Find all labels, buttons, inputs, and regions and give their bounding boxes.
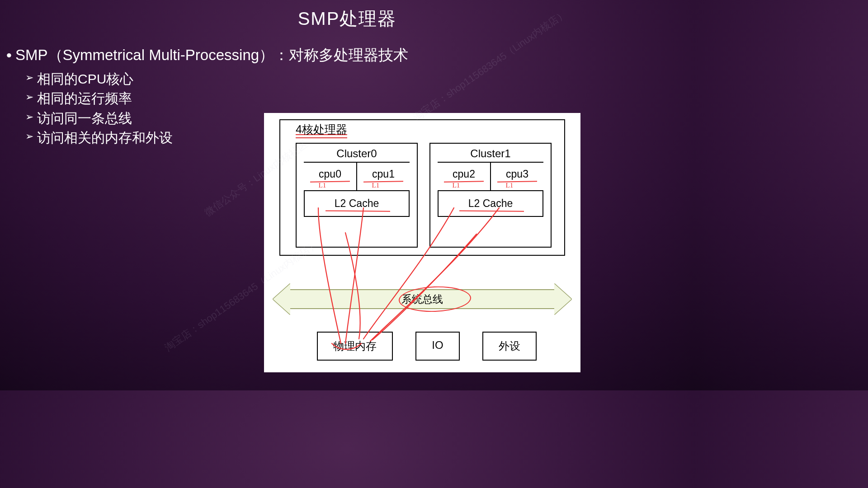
bus-arrow-left-icon bbox=[273, 284, 290, 314]
system-bus-arrow: 系统总线 bbox=[273, 284, 571, 314]
l1-annotation: L1 bbox=[505, 182, 513, 189]
cluster1-label: Cluster1 bbox=[430, 144, 551, 162]
sub-item-1: 相同的运行频率 bbox=[25, 89, 408, 108]
cluster1-l2: L2 Cache bbox=[438, 191, 543, 217]
cluster0-cpu-row: cpu0 L1 cpu1 L1 bbox=[304, 162, 410, 191]
l1-annotation: L1 bbox=[372, 182, 379, 189]
slide-title: SMP处理器 bbox=[0, 0, 694, 31]
l1-annotation: L1 bbox=[318, 182, 326, 189]
cluster1-cpu-row: cpu2 L1 cpu3 L1 bbox=[438, 162, 543, 191]
cpu2-label: cpu2 bbox=[453, 168, 475, 180]
smp-diagram: 4核处理器 Cluster0 cpu0 L1 cpu1 L1 L2 Cache … bbox=[264, 113, 580, 372]
device-io: IO bbox=[415, 332, 459, 361]
processor-box: 4核处理器 Cluster0 cpu0 L1 cpu1 L1 L2 Cache … bbox=[279, 119, 565, 256]
bus-arrow-right-icon bbox=[554, 284, 571, 314]
cpu0-box: cpu0 L1 bbox=[304, 163, 357, 190]
device-memory: 物理内存 bbox=[317, 332, 393, 361]
bus-label: 系统总线 bbox=[401, 292, 443, 306]
cpu1-box: cpu1 L1 bbox=[357, 163, 410, 190]
sub-item-0: 相同的CPU核心 bbox=[25, 69, 408, 89]
processor-title: 4核处理器 bbox=[296, 122, 347, 138]
cluster0-box: Cluster0 cpu0 L1 cpu1 L1 L2 Cache bbox=[296, 143, 418, 248]
cluster0-label: Cluster0 bbox=[297, 144, 417, 162]
cpu1-label: cpu1 bbox=[372, 168, 395, 180]
cpu2-box: cpu2 L1 bbox=[438, 163, 491, 190]
cluster0-l2: L2 Cache bbox=[304, 191, 410, 217]
bullet-main: SMP（Symmetrical Multi-Processing）：对称多处理器… bbox=[6, 45, 408, 66]
l1-annotation: L1 bbox=[452, 182, 460, 189]
cpu3-label: cpu3 bbox=[506, 168, 528, 180]
bus-label-body: 系统总线 bbox=[290, 289, 554, 309]
cpu3-box: cpu3 L1 bbox=[491, 163, 543, 190]
device-row: 物理内存 IO 外设 bbox=[291, 332, 562, 361]
cpu0-label: cpu0 bbox=[319, 168, 341, 180]
device-peripheral: 外设 bbox=[482, 332, 537, 361]
cluster1-box: Cluster1 cpu2 L1 cpu3 L1 L2 Cache bbox=[429, 143, 552, 248]
